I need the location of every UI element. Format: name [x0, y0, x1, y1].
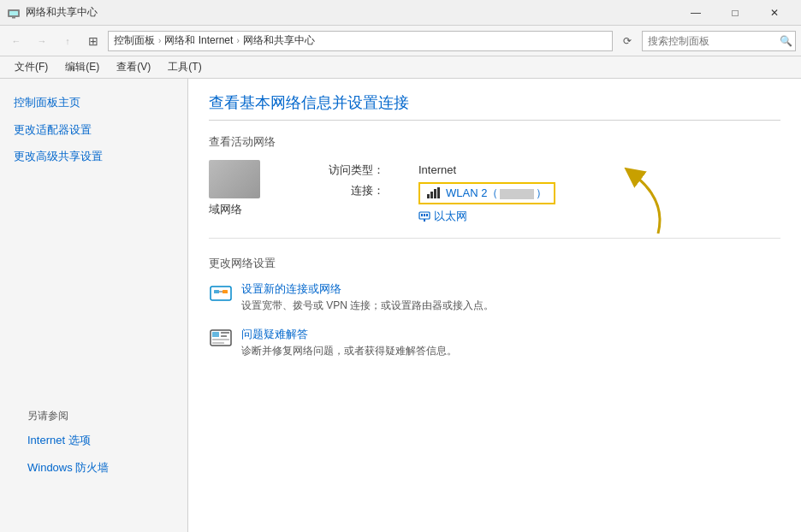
close-button[interactable]: ✕: [755, 0, 794, 26]
troubleshoot-link[interactable]: 问题疑难解答: [241, 327, 457, 342]
main-area: 控制面板主页 更改适配器设置 更改高级共享设置 另请参阅 Internet 选项…: [0, 79, 801, 532]
svg-rect-3: [427, 194, 430, 198]
troubleshoot-desc: 诊断并修复网络问题，或者获得疑难解答信息。: [241, 344, 457, 358]
network-info: 访问类型： 连接： Internet: [329, 160, 780, 224]
menu-tools[interactable]: 工具(T): [160, 56, 209, 78]
grid-icon-button[interactable]: ⊞: [82, 30, 104, 52]
network-icon: [209, 160, 260, 198]
path-item-2: 网络和 Internet: [164, 33, 233, 48]
path-item-1: 控制面板: [114, 33, 155, 48]
svg-rect-2: [12, 17, 15, 19]
network-name-block: 域网络: [209, 160, 312, 217]
new-connection-icon: [209, 281, 233, 305]
settings-text-2: 问题疑难解答 诊断并修复网络问题，或者获得疑难解答信息。: [241, 327, 457, 358]
app-icon: [7, 6, 21, 20]
menu-bar: 文件(F) 编辑(E) 查看(V) 工具(T): [0, 56, 801, 79]
new-connection-link[interactable]: 设置新的连接或网络: [241, 281, 494, 297]
menu-view[interactable]: 查看(V): [109, 56, 158, 78]
settings-text-1: 设置新的连接或网络 设置宽带、拨号或 VPN 连接；或设置路由器或接入点。: [241, 281, 494, 313]
svg-rect-22: [212, 342, 224, 344]
svg-rect-1: [9, 11, 18, 15]
info-values: Internet WLAN 2（）: [418, 160, 555, 224]
signal-icon: [427, 187, 442, 199]
address-bar: ← → ↑ ⊞ 控制面板 › 网络和 Internet › 网络和共享中心 ⟳ …: [0, 26, 801, 56]
ethernet-link[interactable]: 以太网: [418, 209, 555, 224]
window-title: 网络和共享中心: [26, 5, 98, 20]
search-input[interactable]: [648, 35, 776, 47]
svg-rect-5: [434, 189, 436, 198]
window-controls: — □ ✕: [676, 0, 794, 26]
yellow-arrow-annotation: [607, 165, 675, 245]
svg-rect-14: [214, 290, 219, 293]
sidebar: 控制面板主页 更改适配器设置 更改高级共享设置 另请参阅 Internet 选项…: [0, 79, 188, 532]
wlan-link[interactable]: WLAN 2（）: [446, 186, 547, 201]
path-sep-1: ›: [158, 36, 161, 45]
info-labels: 访问类型： 连接：: [329, 160, 384, 201]
access-type-label: 访问类型：: [329, 160, 384, 180]
svg-rect-8: [421, 214, 423, 216]
svg-rect-9: [424, 214, 425, 216]
address-path[interactable]: 控制面板 › 网络和 Internet › 网络和共享中心: [108, 31, 613, 51]
svg-rect-19: [221, 332, 229, 334]
annotation-arrow: [607, 165, 675, 242]
sidebar-item-firewall[interactable]: Windows 防火墙: [14, 454, 175, 482]
ethernet-label: 以太网: [434, 209, 467, 224]
title-bar: 网络和共享中心 — □ ✕: [0, 0, 801, 26]
back-button[interactable]: ←: [5, 30, 27, 52]
settings-item-2: 问题疑难解答 诊断并修复网络问题，或者获得疑难解答信息。: [209, 327, 780, 358]
ethernet-icon: [418, 210, 430, 222]
network-label: 域网络: [209, 202, 312, 217]
search-box: 🔍: [642, 31, 796, 51]
page-title: 查看基本网络信息并设置连接: [209, 92, 780, 121]
forward-button[interactable]: →: [31, 30, 53, 52]
svg-rect-4: [430, 192, 433, 198]
access-type-value: Internet: [418, 160, 555, 180]
path-sep-2: ›: [236, 36, 239, 45]
svg-rect-6: [437, 187, 440, 198]
settings-item-1: 设置新的连接或网络 设置宽带、拨号或 VPN 连接；或设置路由器或接入点。: [209, 281, 780, 313]
svg-rect-21: [212, 339, 229, 340]
minimize-button[interactable]: —: [676, 0, 715, 26]
settings-header: 更改网络设置: [209, 256, 780, 271]
path-item-3: 网络和共享中心: [243, 33, 315, 48]
sidebar-item-internet-options[interactable]: Internet 选项: [14, 427, 175, 454]
active-network-section: 域网络 访问类型： 连接： Internet: [209, 160, 780, 239]
maximize-button[interactable]: □: [715, 0, 755, 26]
wlan-connection-box: WLAN 2（）: [418, 182, 555, 204]
connection-label: 连接：: [329, 180, 384, 201]
new-connection-desc: 设置宽带、拨号或 VPN 连接；或设置路由器或接入点。: [241, 299, 494, 313]
svg-rect-20: [221, 335, 227, 337]
menu-edit[interactable]: 编辑(E): [57, 56, 107, 78]
sidebar-item-home[interactable]: 控制面板主页: [0, 89, 187, 116]
title-bar-left: 网络和共享中心: [7, 5, 98, 20]
svg-rect-13: [211, 287, 231, 300]
sidebar-item-adapter[interactable]: 更改适配器设置: [0, 116, 187, 144]
sidebar-item-sharing[interactable]: 更改高级共享设置: [0, 143, 187, 170]
troubleshoot-icon: [209, 327, 233, 351]
svg-rect-18: [212, 332, 219, 337]
up-button[interactable]: ↑: [56, 30, 79, 52]
active-network-header: 查看活动网络: [209, 134, 780, 150]
svg-rect-11: [424, 219, 425, 222]
settings-section: 更改网络设置 设置新的连接或网络 设置宽带、拨号或 VPN 连接；或设置路由器或…: [209, 256, 780, 358]
menu-file[interactable]: 文件(F): [7, 56, 56, 78]
search-icon[interactable]: 🔍: [780, 35, 792, 47]
refresh-button[interactable]: ⟳: [616, 30, 638, 52]
svg-rect-10: [426, 214, 428, 216]
svg-rect-15: [222, 290, 228, 293]
content-area: 查看基本网络信息并设置连接 查看活动网络 域网络 访问类型： 连接： Inter…: [188, 79, 801, 532]
sidebar-also-label: 另请参阅: [14, 399, 175, 427]
